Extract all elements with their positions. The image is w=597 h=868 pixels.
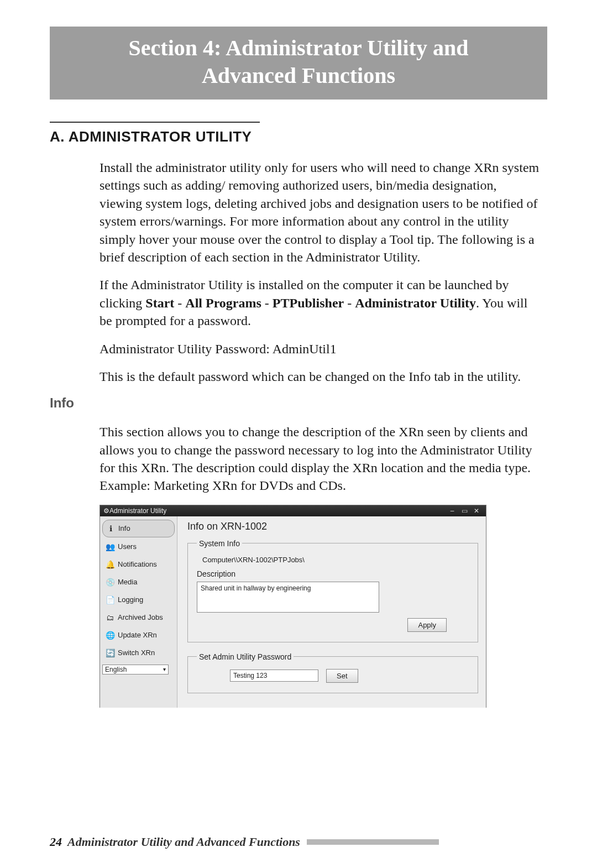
content-heading: Info on XRN-1002 bbox=[187, 521, 478, 532]
password-input[interactable]: Testing 123 bbox=[230, 670, 318, 682]
sidebar-item-media[interactable]: 💿 Media bbox=[102, 574, 175, 590]
sidebar-item-users[interactable]: 👥 Users bbox=[102, 538, 175, 555]
sidebar-item-label: Info bbox=[118, 524, 130, 532]
sidebar-item-update[interactable]: 🌐 Update XRn bbox=[102, 627, 175, 644]
sidebar-item-switch[interactable]: 🔄 Switch XRn bbox=[102, 645, 175, 661]
page-footer: 24 Administrator Utility and Advanced Fu… bbox=[0, 835, 597, 849]
maximize-button[interactable]: ▭ bbox=[458, 507, 470, 515]
sidebar-item-label: Archived Jobs bbox=[118, 613, 163, 621]
app-title: Administrator Utility bbox=[109, 507, 166, 515]
sidebar-item-label: Logging bbox=[118, 595, 143, 604]
info-icon: ℹ bbox=[105, 523, 116, 534]
banner-line-1: Section 4: Administrator Utility and bbox=[55, 34, 542, 62]
apply-button[interactable]: Apply bbox=[407, 618, 447, 632]
sidebar-item-label: Users bbox=[118, 542, 137, 551]
section-title-banner: Section 4: Administrator Utility and Adv… bbox=[50, 27, 547, 100]
banner-line-2: Advanced Functions bbox=[55, 62, 542, 90]
description-label: Description bbox=[197, 569, 469, 578]
sidebar: ℹ Info 👥 Users 🔔 Notifications 💿 Media 📄… bbox=[100, 516, 177, 708]
sidebar-item-label: Notifications bbox=[118, 560, 157, 568]
footer-divider bbox=[307, 839, 547, 845]
disc-icon: 💿 bbox=[104, 577, 116, 588]
sidebar-item-label: Update XRn bbox=[118, 631, 157, 639]
sidebar-item-logging[interactable]: 📄 Logging bbox=[102, 592, 175, 608]
sidebar-item-label: Switch XRn bbox=[118, 649, 155, 657]
content-pane: Info on XRN-1002 System Info Computer\\X… bbox=[177, 516, 486, 708]
computer-path: Computer\\XRN-1002\PTPJobs\ bbox=[202, 556, 469, 564]
page-number: 24 bbox=[50, 835, 62, 849]
paragraph-3: Administrator Utility Password: AdminUti… bbox=[100, 340, 542, 358]
divider bbox=[50, 122, 260, 123]
section-heading: A. ADMINISTRATOR UTILITY bbox=[50, 128, 547, 145]
close-button[interactable]: ✕ bbox=[470, 507, 483, 515]
log-icon: 📄 bbox=[104, 594, 116, 605]
archive-icon: 🗂 bbox=[104, 612, 116, 623]
set-button[interactable]: Set bbox=[326, 669, 358, 683]
sidebar-item-info[interactable]: ℹ Info bbox=[102, 520, 175, 537]
paragraph-4: This is the default password which can b… bbox=[100, 368, 542, 385]
system-info-group: System Info Computer\\XRN-1002\PTPJobs\ … bbox=[187, 539, 478, 642]
password-legend: Set Admin Utility Password bbox=[197, 652, 294, 661]
description-input[interactable]: Shared unit in hallway by engineering bbox=[197, 582, 379, 613]
footer-title: Administrator Utility and Advanced Funct… bbox=[67, 835, 300, 849]
title-bar[interactable]: ⚙ Administrator Utility – ▭ ✕ bbox=[100, 505, 486, 516]
bell-icon: 🔔 bbox=[104, 559, 116, 570]
paragraph-2: If the Administrator Utility is installe… bbox=[100, 276, 542, 330]
language-dropdown[interactable]: English ▾ bbox=[102, 665, 169, 674]
system-info-legend: System Info bbox=[197, 539, 242, 548]
switch-icon: 🔄 bbox=[104, 647, 116, 658]
sidebar-item-archived[interactable]: 🗂 Archived Jobs bbox=[102, 609, 175, 626]
minimize-button[interactable]: – bbox=[446, 507, 458, 515]
globe-icon: 🌐 bbox=[104, 630, 116, 641]
password-group: Set Admin Utility Password Testing 123 S… bbox=[187, 652, 478, 693]
language-selected: English bbox=[105, 666, 127, 673]
chevron-down-icon: ▾ bbox=[163, 666, 166, 672]
sidebar-item-notifications[interactable]: 🔔 Notifications bbox=[102, 556, 175, 573]
app-icon: ⚙ bbox=[103, 507, 109, 515]
paragraph-1: Install the administrator utility only f… bbox=[100, 159, 542, 266]
admin-utility-window: ⚙ Administrator Utility – ▭ ✕ ℹ Info 👥 U… bbox=[100, 505, 486, 708]
users-icon: 👥 bbox=[104, 541, 116, 552]
sidebar-item-label: Media bbox=[118, 578, 137, 586]
paragraph-info: This section allows you to change the de… bbox=[100, 423, 542, 495]
subheading-info: Info bbox=[50, 395, 547, 411]
